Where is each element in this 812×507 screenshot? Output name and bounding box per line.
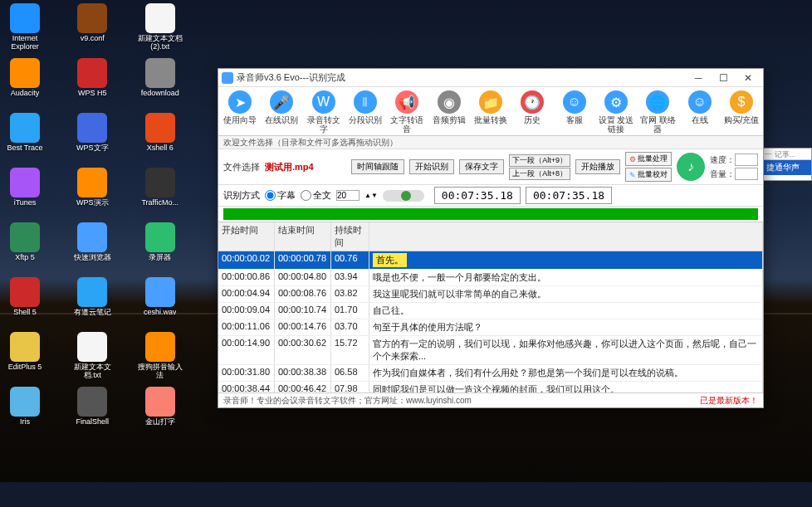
app-icon: [77, 58, 107, 88]
desktop-icon[interactable]: 金山打字: [137, 387, 183, 440]
desktop-icon[interactable]: 录屏器: [137, 222, 183, 275]
time-current: 00:07:35.18: [434, 187, 521, 204]
desktop-icon[interactable]: 新建文本文档(2).txt: [137, 3, 183, 56]
icon-label: WPS H5: [78, 90, 107, 98]
minimize-button[interactable]: ─: [687, 71, 710, 85]
toolbar-label: 分段识别: [349, 115, 382, 124]
toolbar-button[interactable]: ☺在线: [680, 90, 720, 134]
fulltext-radio[interactable]: 全文: [301, 189, 331, 202]
threshold-slider[interactable]: [383, 190, 424, 202]
toolbar-label: 文字转语音: [387, 115, 427, 134]
icon-label: Iris: [20, 418, 30, 427]
window-title: 录音师v3.6 Evo---识别完成: [237, 71, 687, 84]
cell-start: 00:00:31.80: [218, 365, 275, 381]
prev-segment-button[interactable]: 上一段（Alt+8）: [509, 168, 570, 180]
toolbar-button[interactable]: 📢文字转语音: [387, 90, 427, 134]
cell-duration: 00.76: [331, 251, 369, 269]
start-play-button[interactable]: 开始播放: [575, 159, 620, 174]
desktop-icon[interactable]: Best Trace: [2, 113, 48, 166]
start-recognize-button[interactable]: 开始识别: [409, 159, 454, 174]
toolbar-button[interactable]: ☺客服: [555, 90, 594, 134]
col-text[interactable]: [369, 222, 763, 251]
desktop-icon[interactable]: ceshi.wav: [137, 277, 183, 330]
next-segment-button[interactable]: 下一段（Alt+9）: [509, 154, 570, 167]
cell-duration: 15.72: [331, 336, 369, 364]
toolbar-icon: ➤: [228, 90, 252, 114]
desktop-icon[interactable]: v9.conf: [69, 3, 115, 56]
play-icon[interactable]: ♪: [677, 153, 705, 181]
desktop-icon[interactable]: 有道云笔记: [69, 277, 115, 330]
table-row[interactable]: 00:00:31.8000:00:38.3806.58作为我们自媒体者，我们有什…: [218, 365, 763, 382]
desktop-icon[interactable]: Audacity: [2, 58, 48, 111]
table-row[interactable]: 00:00:09.0400:00:10.7401.70自己往。: [218, 303, 763, 319]
toolbar-label: 录音转文字: [304, 115, 344, 134]
toolbar-button[interactable]: $购买/充值: [722, 90, 761, 134]
toolbar-button[interactable]: ⚙设置 发送链接: [596, 90, 636, 134]
batch-process-button[interactable]: ⚙批量处理: [625, 152, 672, 166]
cell-end: 00:00:04.80: [275, 270, 331, 285]
titlebar[interactable]: 录音师v3.6 Evo---识别完成 ─ ☐ ✕: [218, 69, 763, 87]
bg-tab[interactable]: 捷通华声: [763, 160, 811, 175]
toolbar-icon: ☺: [688, 90, 712, 114]
batch-proof-button[interactable]: ✎批量校对: [625, 168, 672, 182]
toolbar-button[interactable]: 🎤在线识别: [262, 90, 301, 134]
speed-input[interactable]: [735, 154, 758, 166]
desktop-icon[interactable]: WPS演示: [69, 168, 115, 221]
toolbar-button[interactable]: ⦀分段识别: [345, 90, 385, 134]
col-duration[interactable]: 持续时间: [331, 222, 369, 251]
volume-input[interactable]: [735, 168, 758, 180]
subtitle-radio[interactable]: 字幕: [265, 189, 296, 202]
col-start[interactable]: 开始时间: [218, 222, 275, 251]
toolbar-button[interactable]: 📁批量转换: [471, 90, 511, 134]
toolbar-label: 在线: [692, 115, 708, 124]
app-icon: [77, 332, 107, 362]
table-row[interactable]: 00:00:38.4400:00:46.4207.98同时呢我们是可以做一造这个…: [218, 382, 763, 392]
toolbar-button[interactable]: 🕐历史: [512, 90, 552, 134]
desktop-icon[interactable]: Shell 5: [2, 277, 48, 330]
toolbar-icon: W: [312, 90, 335, 114]
save-text-button[interactable]: 保存文字: [459, 159, 504, 174]
app-icon: [77, 387, 107, 417]
desktop-icon[interactable]: TrafficMo...: [137, 168, 183, 221]
desktop-icon[interactable]: Internet Explorer: [2, 3, 48, 56]
desktop-icon[interactable]: fedownload: [137, 58, 183, 111]
close-button[interactable]: ✕: [736, 71, 760, 85]
desktop-icon[interactable]: 新建文本文档.txt: [69, 332, 115, 385]
stepper-up-icon[interactable]: ▲▼: [364, 192, 378, 199]
table-row[interactable]: 00:00:00.0200:00:00.7800.76首先。: [218, 251, 763, 270]
toolbar-button[interactable]: 🌐官网 联络器: [638, 90, 677, 134]
desktop-icon[interactable]: Xshell 6: [137, 113, 183, 166]
app-icon: [77, 168, 107, 197]
icon-label: v9.conf: [81, 35, 105, 43]
desktop-icon[interactable]: WPS文字: [69, 113, 115, 166]
desktop-icon[interactable]: iTunes: [2, 168, 48, 221]
col-end[interactable]: 结束时间: [275, 222, 331, 251]
desktop-icon[interactable]: FinalShell: [69, 387, 115, 440]
desktop-icon[interactable]: 搜狗拼音输入法: [137, 332, 183, 385]
cell-start: 00:00:00.02: [218, 251, 275, 269]
cell-end: 00:00:30.62: [275, 336, 331, 364]
toolbar-button[interactable]: W录音转文字: [304, 90, 344, 134]
cell-text: 我这里呢我们就可以非常简单的自己来做。: [369, 286, 763, 302]
toolbar-label: 批量转换: [474, 115, 507, 124]
maximize-button[interactable]: ☐: [712, 71, 735, 85]
desktop-icon[interactable]: Iris: [2, 387, 48, 440]
app-icon: [77, 277, 107, 307]
icon-label: 快速浏览器: [74, 254, 111, 262]
table-row[interactable]: 00:00:00.8600:00:04.8003.94哦是也不便，一般一个月都要…: [218, 270, 763, 286]
table-row[interactable]: 00:00:14.9000:00:30.6215.72官方的有一定的说明，我们可…: [218, 336, 763, 365]
timeline-follow-button[interactable]: 时间轴跟随: [351, 159, 404, 174]
toolbar-button[interactable]: ◉音频剪辑: [429, 90, 469, 134]
segment-number-input[interactable]: [336, 190, 360, 201]
table-row[interactable]: 00:00:11.0600:00:14.7603.70句至于具体的使用方法呢？: [218, 319, 763, 336]
desktop-icon[interactable]: Xftp 5: [2, 222, 48, 275]
desktop-icon[interactable]: EditPlus 5: [2, 332, 48, 385]
progress-bar[interactable]: [223, 208, 758, 220]
toolbar-button[interactable]: ➤使用向导: [220, 90, 260, 134]
transcript-table[interactable]: 00:00:00.0200:00:00.7800.76首先。00:00:00.8…: [218, 251, 763, 392]
taskbar[interactable]: [0, 482, 812, 507]
desktop-icon[interactable]: 快速浏览器: [69, 222, 115, 275]
table-row[interactable]: 00:00:04.9400:00:08.7603.82我这里呢我们就可以非常简单…: [218, 286, 763, 303]
app-icon: [10, 168, 40, 197]
desktop-icon[interactable]: WPS H5: [69, 58, 115, 111]
